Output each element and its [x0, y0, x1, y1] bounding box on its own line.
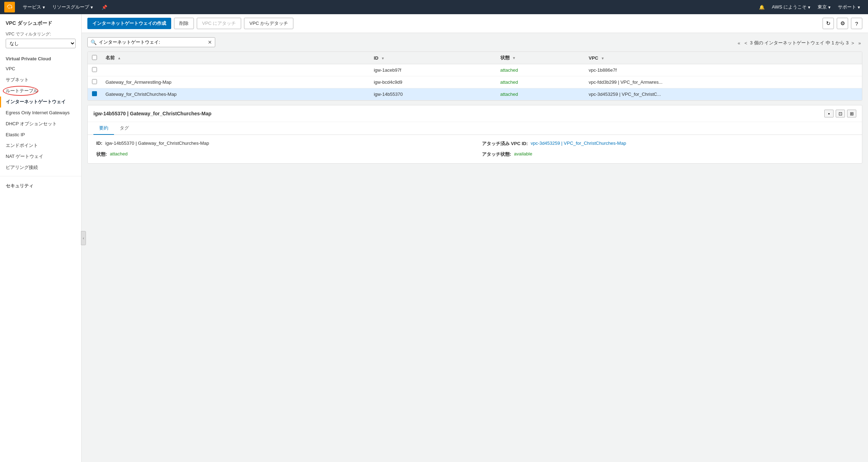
sidebar-item-internet-gateways[interactable]: インターネットゲートウェイ: [0, 97, 81, 108]
sidebar-item-endpoints[interactable]: エンドポイント: [0, 140, 81, 151]
table-row[interactable]: Gateway_for_ChristChurches-Mapigw-14b553…: [88, 88, 862, 100]
sidebar-item-subnets[interactable]: サブネット: [0, 75, 81, 86]
detail-icon-2[interactable]: ⊡: [836, 110, 845, 117]
sort-icon-vpc: ▼: [601, 56, 604, 60]
row-name: Gateway_for_Armwrestling-Map: [101, 76, 369, 88]
detail-icon-3[interactable]: ⊞: [847, 110, 856, 117]
refresh-button[interactable]: ↻: [823, 18, 834, 29]
detail-attached-vpc-label: アタッチ済み VPC ID:: [482, 141, 528, 147]
filter-label: VPC でフィルタリング:: [0, 29, 81, 39]
search-icon: 🔍: [91, 39, 97, 45]
tab-summary[interactable]: 要約: [93, 122, 114, 135]
row-checkbox[interactable]: [92, 67, 97, 72]
vpc-filter-select[interactable]: なし: [6, 39, 76, 48]
refresh-icon: ↻: [826, 20, 831, 27]
pagination-info: 3 個の インターネットゲートウェイ 中 1 から 3: [750, 40, 848, 46]
search-clear-button[interactable]: ✕: [208, 39, 212, 45]
sidebar-item-peering[interactable]: ピアリング接続: [0, 162, 81, 173]
detail-attach-state-value: available: [514, 151, 532, 156]
table-row[interactable]: igw-1aceb97fattachedvpc-1b886e7f: [88, 64, 862, 76]
tab-tags[interactable]: タグ: [114, 122, 135, 135]
row-state: attached: [496, 76, 585, 88]
content-area: 🔍 ✕ « < 3 個の インターネットゲートウェイ 中 1 から 3 > »: [82, 33, 868, 462]
row-name: [101, 64, 369, 76]
detail-icon-1[interactable]: ▪: [824, 110, 834, 117]
detail-panel: igw-14b55370 | Gateway_for_ChristChurche…: [87, 105, 862, 164]
pin-button[interactable]: 📌: [98, 0, 111, 14]
row-id: igw-1aceb97f: [369, 64, 496, 76]
bell-icon: 🔔: [759, 5, 765, 10]
top-nav: サービス ▾ リソースグループ ▾ 📌 🔔 AWS にようこそ ▾ 東京 ▾ サ…: [0, 0, 868, 14]
sidebar-collapse-button[interactable]: ‹: [81, 231, 86, 245]
detail-title: igw-14b55370 | Gateway_for_ChristChurche…: [93, 111, 211, 116]
detail-icon-group: ▪ ⊡ ⊞: [824, 110, 856, 117]
row-state: attached: [496, 64, 585, 76]
create-igw-button[interactable]: インターネットゲートウェイの作成: [87, 18, 171, 29]
attach-vpc-button[interactable]: VPC にアタッチ: [197, 18, 241, 29]
chevron-down-icon: ▾: [91, 5, 93, 10]
delete-button[interactable]: 削除: [174, 18, 194, 29]
sort-icon-state: ▼: [512, 56, 516, 60]
table-header-row: 名前 ▲ ID ▼ 状態 ▼: [88, 52, 862, 64]
aws-logo: [4, 2, 15, 12]
col-id[interactable]: ID ▼: [369, 52, 496, 64]
chevron-down-icon: ▾: [828, 5, 831, 10]
pin-icon: 📌: [102, 5, 107, 10]
bell-button[interactable]: 🔔: [755, 0, 768, 14]
sort-icon-name: ▲: [118, 56, 121, 60]
pagination-next[interactable]: >: [850, 40, 856, 46]
col-state[interactable]: 状態 ▼: [496, 52, 585, 64]
services-menu[interactable]: サービス ▾: [19, 0, 49, 14]
detail-attached-vpc-value[interactable]: vpc-3d453259 | VPC_for_ChristChurches-Ma…: [531, 141, 626, 146]
aws-welcome-menu[interactable]: AWS にようこそ ▾: [768, 0, 814, 14]
sidebar-item-vpc[interactable]: VPC: [0, 64, 81, 75]
row-state: attached: [496, 88, 585, 100]
gear-icon: ⚙: [840, 20, 845, 27]
detail-field-id: ID: igw-14b55370 | Gateway_for_ChristChu…: [96, 141, 468, 147]
pagination-first[interactable]: «: [736, 40, 742, 46]
sidebar-item-dhcp[interactable]: DHCP オプションセット: [0, 119, 81, 130]
search-bar: 🔍 ✕: [87, 37, 215, 47]
sidebar-title: VPC ダッシュボード: [0, 14, 81, 29]
row-vpc: vpc-1b886e7f: [585, 64, 862, 76]
col-name[interactable]: 名前 ▲: [101, 52, 369, 64]
sidebar: VPC ダッシュボード VPC でフィルタリング: なし Virtual Pri…: [0, 14, 82, 462]
chevron-down-icon: ▾: [43, 5, 45, 10]
settings-button[interactable]: ⚙: [837, 18, 848, 29]
row-id: igw-bcd4c9d9: [369, 76, 496, 88]
sidebar-section-security: セキュリティ: [0, 179, 81, 191]
igw-table: 名前 ▲ ID ▼ 状態 ▼: [87, 51, 862, 101]
pagination-prev[interactable]: <: [743, 40, 749, 46]
detach-vpc-button[interactable]: VPC からデタッチ: [244, 18, 293, 29]
row-checkbox-cell: [88, 76, 101, 88]
row-vpc: vpc-fdd3b299 | VPC_for_Armwres...: [585, 76, 862, 88]
row-checkbox-checked[interactable]: [92, 91, 97, 96]
sidebar-item-nat-gateway[interactable]: NAT ゲートウェイ: [0, 151, 81, 162]
sort-icon-id: ▼: [381, 56, 385, 60]
region-menu[interactable]: 東京 ▾: [814, 0, 834, 14]
help-icon: ?: [855, 21, 858, 27]
col-vpc[interactable]: VPC ▼: [585, 52, 862, 64]
help-button[interactable]: ?: [851, 18, 862, 29]
sidebar-item-egress-only[interactable]: Egress Only Internet Gateways: [0, 108, 81, 119]
detail-state-value: attached: [110, 151, 128, 156]
row-checkbox-cell: [88, 64, 101, 76]
detail-id-label: ID:: [96, 141, 102, 146]
search-input[interactable]: [99, 40, 206, 45]
resource-groups-menu[interactable]: リソースグループ ▾: [49, 0, 97, 14]
sidebar-item-route-tables[interactable]: ルートテーブル: [0, 86, 81, 97]
select-all-checkbox[interactable]: [92, 55, 97, 60]
support-menu[interactable]: サポート ▾: [834, 0, 864, 14]
row-id: igw-14b55370: [369, 88, 496, 100]
pagination-last[interactable]: »: [857, 40, 862, 46]
table-row[interactable]: Gateway_for_Armwrestling-Mapigw-bcd4c9d9…: [88, 76, 862, 88]
sidebar-item-elastic-ip[interactable]: Elastic IP: [0, 130, 81, 141]
toolbar: インターネットゲートウェイの作成 削除 VPC にアタッチ VPC からデタッチ…: [82, 14, 868, 33]
detail-field-state: 状態: attached: [96, 151, 468, 158]
chevron-down-icon: ▾: [858, 5, 860, 10]
detail-attach-state-label: アタッチ状態:: [482, 151, 511, 158]
sidebar-section-vpc: Virtual Private Cloud: [0, 53, 81, 64]
row-checkbox[interactable]: [92, 79, 97, 84]
detail-state-label: 状態:: [96, 151, 107, 158]
pagination-bar: « < 3 個の インターネットゲートウェイ 中 1 から 3 > »: [736, 38, 862, 49]
